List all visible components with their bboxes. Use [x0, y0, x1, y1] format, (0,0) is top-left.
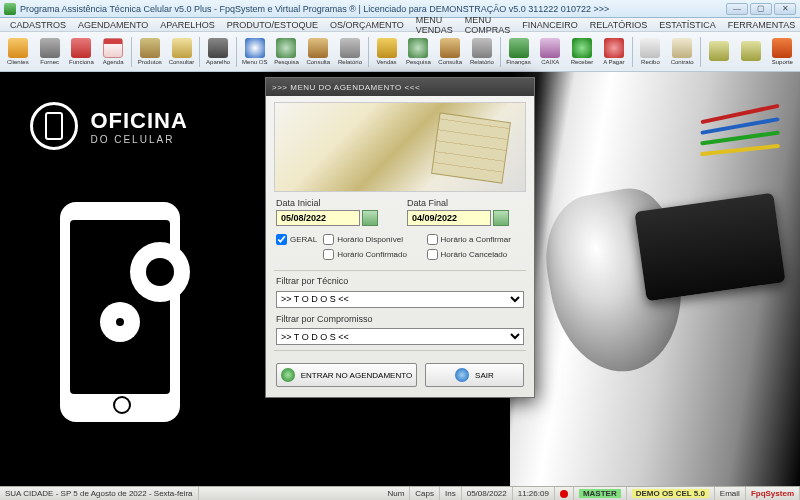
vendas-icon — [377, 38, 397, 58]
toolbar-funciona[interactable]: Funciona — [67, 34, 97, 70]
suporte-icon — [772, 38, 792, 58]
menubar: CADASTROS AGENDAMENTO APARELHOS PRODUTO/… — [0, 18, 800, 32]
toolbar-relatório[interactable]: Relatório — [335, 34, 365, 70]
menu-relatorios[interactable]: RELATÓRIOS — [584, 20, 653, 30]
toolbar-consulta[interactable]: Consulta — [435, 34, 465, 70]
menu-cadastros[interactable]: CADASTROS — [4, 20, 72, 30]
menu-aparelhos[interactable]: APARELHOS — [154, 20, 220, 30]
calendar-icon[interactable] — [362, 210, 378, 226]
menu-os-orcamento[interactable]: OS/ORÇAMENTO — [324, 20, 410, 30]
menu-ferramentas[interactable]: FERRAMENTAS — [722, 20, 800, 30]
menu-compras[interactable]: MENU COMPRAS — [459, 15, 517, 35]
funcio-icon — [71, 38, 91, 58]
relatorio-icon — [340, 38, 360, 58]
data-final-label: Data Final — [407, 198, 524, 208]
toolbar: ClientesFornecFuncionaAgendaProdutosCons… — [0, 32, 800, 72]
status-location: SUA CIDADE - SP 5 de Agosto de 2022 - Se… — [0, 487, 199, 500]
brand-logo: OFICINA DO CELULAR — [30, 102, 188, 150]
agenda-icon — [103, 38, 123, 58]
app-icon — [4, 3, 16, 15]
toolbar-separator — [368, 37, 369, 67]
relatorio-icon — [472, 38, 492, 58]
chk-disponivel[interactable]: Horário Disponível — [323, 234, 420, 245]
consult-icon — [172, 38, 192, 58]
caixa-icon — [540, 38, 560, 58]
filtro-tecnico-label: Filtrar por Técnico — [276, 276, 524, 286]
toolbar-agenda[interactable]: Agenda — [98, 34, 128, 70]
toolbar-menu-os[interactable]: Menu OS — [240, 34, 270, 70]
data-inicial-label: Data Inicial — [276, 198, 393, 208]
toolbar-a-pagar[interactable]: A Pagar — [599, 34, 629, 70]
clientes-icon — [8, 38, 28, 58]
consulta2-icon — [440, 38, 460, 58]
workspace: OFICINA DO CELULAR >>> MENU DO AGENDAMEN… — [0, 72, 800, 486]
gear-icon — [100, 302, 140, 342]
toolbar-suporte[interactable]: Suporte — [767, 34, 797, 70]
menu-vendas[interactable]: MENU VENDAS — [410, 15, 459, 35]
entrar-agendamento-button[interactable]: ENTRAR NO AGENDAMENTO — [276, 363, 417, 387]
financas-icon — [509, 38, 529, 58]
toolbar-relatório[interactable]: Relatório — [467, 34, 497, 70]
toolbar-clientes[interactable]: Clientes — [3, 34, 33, 70]
menu-produto-estoque[interactable]: PRODUTO/ESTOQUE — [221, 20, 324, 30]
menu-financeiro[interactable]: FINANCEIRO — [516, 20, 584, 30]
toolbar-contrato[interactable]: Contrato — [667, 34, 697, 70]
toolbar-pesquisa[interactable]: Pesquisa — [404, 34, 434, 70]
menuos-icon — [245, 38, 265, 58]
toolbar-consultar[interactable]: Consultar — [167, 34, 197, 70]
menu-estatistica[interactable]: ESTATÍSTICA — [653, 20, 722, 30]
filtro-tecnico-select[interactable]: >> T O D O S << — [276, 291, 524, 308]
toolbar-vendas[interactable]: Vendas — [372, 34, 402, 70]
toolbar-recibo[interactable]: Recibo — [636, 34, 666, 70]
pesquisa-icon — [276, 38, 296, 58]
brand-line1: OFICINA — [90, 108, 187, 134]
statusbar: SUA CIDADE - SP 5 de Agosto de 2022 - Se… — [0, 486, 800, 500]
toolbar-set[interactable] — [736, 34, 766, 70]
status-brand[interactable]: FpqSystem — [746, 487, 800, 500]
data-inicial-input[interactable] — [276, 210, 360, 226]
toolbar-separator — [700, 37, 701, 67]
dialog-title: >>> MENU DO AGENDAMENTO <<< — [266, 78, 534, 96]
data-final-input[interactable] — [407, 210, 491, 226]
filtro-compromisso-select[interactable]: >> T O D O S << — [276, 328, 524, 345]
toolbar-produtos[interactable]: Produtos — [135, 34, 165, 70]
toolbar-consulta[interactable]: Consulta — [303, 34, 333, 70]
background-right — [510, 72, 800, 486]
dialog-header-image — [274, 102, 526, 192]
produtos-icon — [140, 38, 160, 58]
agendamento-dialog: >>> MENU DO AGENDAMENTO <<< Data Inicial… — [265, 77, 535, 398]
toolbar-receber[interactable]: Receber — [567, 34, 597, 70]
close-button[interactable]: ✕ — [774, 3, 796, 15]
status-num: Num — [382, 487, 410, 500]
toolbar-pesquisa[interactable]: Pesquisa — [272, 34, 302, 70]
toolbar-finanças[interactable]: Finanças — [504, 34, 534, 70]
chk-cancelado[interactable]: Horário Cancelado — [427, 249, 524, 260]
status-user: MASTER — [574, 487, 627, 500]
device-decor — [634, 193, 785, 302]
toolbar-aparelho[interactable]: Aparelho — [203, 34, 233, 70]
consulta2-icon — [308, 38, 328, 58]
status-date: 05/08/2022 — [462, 487, 513, 500]
aparelho-icon — [208, 38, 228, 58]
calendar-icon[interactable] — [493, 210, 509, 226]
minimize-button[interactable]: — — [726, 3, 748, 15]
status-ins: Ins — [440, 487, 462, 500]
menu-agendamento[interactable]: AGENDAMENTO — [72, 20, 154, 30]
toolbar-caixa[interactable]: CAIXA — [535, 34, 565, 70]
status-time: 11:26:09 — [513, 487, 555, 500]
set-icon — [709, 41, 729, 61]
fornec-icon — [40, 38, 60, 58]
sair-button[interactable]: SAIR — [425, 363, 524, 387]
maximize-button[interactable]: ▢ — [750, 3, 772, 15]
toolbar-fornec[interactable]: Fornec — [35, 34, 65, 70]
filtro-compromisso-label: Filtrar por Compromisso — [276, 314, 524, 324]
chk-geral[interactable]: GERAL — [276, 234, 317, 245]
status-email[interactable]: Email — [715, 487, 746, 500]
toolbar-set[interactable] — [704, 34, 734, 70]
toolbar-separator — [632, 37, 633, 67]
contrato-icon — [672, 38, 692, 58]
set-icon — [741, 41, 761, 61]
chk-aconfirmar[interactable]: Horário a Confirmar — [427, 234, 524, 245]
chk-confirmado[interactable]: Horário Confirmado — [323, 249, 420, 260]
toolbar-separator — [236, 37, 237, 67]
